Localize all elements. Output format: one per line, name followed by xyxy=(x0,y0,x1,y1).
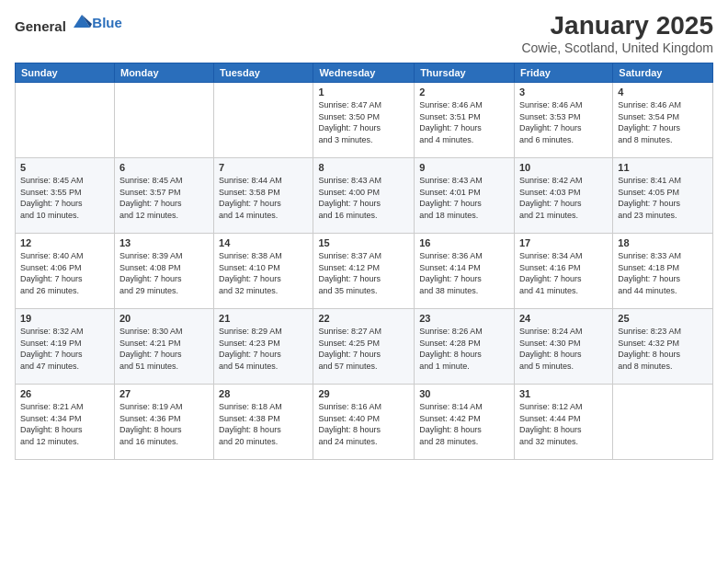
day-info: Sunrise: 8:19 AM Sunset: 4:36 PM Dayligh… xyxy=(119,401,209,447)
calendar-week-row-2: 5Sunrise: 8:45 AM Sunset: 3:55 PM Daylig… xyxy=(16,158,713,234)
day-number: 13 xyxy=(119,237,209,248)
day-number: 10 xyxy=(519,162,608,173)
calendar-table: Sunday Monday Tuesday Wednesday Thursday… xyxy=(15,63,713,460)
calendar-cell: 31Sunrise: 8:12 AM Sunset: 4:44 PM Dayli… xyxy=(514,385,612,460)
day-number: 4 xyxy=(618,86,708,98)
calendar-cell: 2Sunrise: 8:46 AM Sunset: 3:51 PM Daylig… xyxy=(415,83,515,158)
day-number: 25 xyxy=(618,313,708,324)
day-info: Sunrise: 8:32 AM Sunset: 4:19 PM Dayligh… xyxy=(20,326,109,372)
calendar-cell: 13Sunrise: 8:39 AM Sunset: 4:08 PM Dayli… xyxy=(114,234,213,309)
calendar-header-row: Sunday Monday Tuesday Wednesday Thursday… xyxy=(16,63,713,83)
calendar-cell: 10Sunrise: 8:42 AM Sunset: 4:03 PM Dayli… xyxy=(514,158,612,234)
col-wednesday: Wednesday xyxy=(313,63,415,83)
day-number: 18 xyxy=(618,237,708,248)
calendar-cell: 28Sunrise: 8:18 AM Sunset: 4:38 PM Dayli… xyxy=(214,385,313,460)
calendar-cell: 5Sunrise: 8:45 AM Sunset: 3:55 PM Daylig… xyxy=(16,158,115,234)
day-info: Sunrise: 8:43 AM Sunset: 4:01 PM Dayligh… xyxy=(419,175,509,221)
col-sunday: Sunday xyxy=(16,63,115,83)
calendar-cell: 21Sunrise: 8:29 AM Sunset: 4:23 PM Dayli… xyxy=(214,309,313,385)
day-info: Sunrise: 8:27 AM Sunset: 4:25 PM Dayligh… xyxy=(318,326,409,372)
calendar-cell: 20Sunrise: 8:30 AM Sunset: 4:21 PM Dayli… xyxy=(114,309,213,385)
calendar-cell: 16Sunrise: 8:36 AM Sunset: 4:14 PM Dayli… xyxy=(415,234,515,309)
day-number: 29 xyxy=(318,388,409,399)
day-info: Sunrise: 8:23 AM Sunset: 4:32 PM Dayligh… xyxy=(618,326,708,372)
calendar-cell: 25Sunrise: 8:23 AM Sunset: 4:32 PM Dayli… xyxy=(613,309,713,385)
page: General Blue January 2025 Cowie, Scotlan… xyxy=(0,0,728,563)
day-info: Sunrise: 8:29 AM Sunset: 4:23 PM Dayligh… xyxy=(219,326,308,372)
calendar-cell: 14Sunrise: 8:38 AM Sunset: 4:10 PM Dayli… xyxy=(214,234,313,309)
day-info: Sunrise: 8:42 AM Sunset: 4:03 PM Dayligh… xyxy=(519,175,608,221)
day-number: 31 xyxy=(519,388,608,399)
day-number: 6 xyxy=(119,162,209,173)
day-info: Sunrise: 8:14 AM Sunset: 4:42 PM Dayligh… xyxy=(419,401,509,447)
calendar-cell: 17Sunrise: 8:34 AM Sunset: 4:16 PM Dayli… xyxy=(514,234,612,309)
calendar-cell: 7Sunrise: 8:44 AM Sunset: 3:58 PM Daylig… xyxy=(214,158,313,234)
day-info: Sunrise: 8:12 AM Sunset: 4:44 PM Dayligh… xyxy=(519,401,608,447)
day-number: 28 xyxy=(219,388,308,399)
day-number: 12 xyxy=(20,237,109,248)
day-info: Sunrise: 8:38 AM Sunset: 4:10 PM Dayligh… xyxy=(219,250,308,296)
day-number: 22 xyxy=(318,313,409,324)
calendar-cell: 29Sunrise: 8:16 AM Sunset: 4:40 PM Dayli… xyxy=(313,385,415,460)
logo: General Blue xyxy=(15,11,122,35)
day-number: 23 xyxy=(419,313,509,324)
day-info: Sunrise: 8:41 AM Sunset: 4:05 PM Dayligh… xyxy=(618,175,708,221)
day-number: 14 xyxy=(219,237,308,248)
calendar-cell: 24Sunrise: 8:24 AM Sunset: 4:30 PM Dayli… xyxy=(514,309,612,385)
day-info: Sunrise: 8:26 AM Sunset: 4:28 PM Dayligh… xyxy=(419,326,509,372)
calendar-week-row-3: 12Sunrise: 8:40 AM Sunset: 4:06 PM Dayli… xyxy=(16,234,713,309)
col-friday: Friday xyxy=(514,63,612,83)
calendar-cell: 12Sunrise: 8:40 AM Sunset: 4:06 PM Dayli… xyxy=(16,234,115,309)
day-info: Sunrise: 8:18 AM Sunset: 4:38 PM Dayligh… xyxy=(219,401,308,447)
calendar-cell: 9Sunrise: 8:43 AM Sunset: 4:01 PM Daylig… xyxy=(415,158,515,234)
day-number: 17 xyxy=(519,237,608,248)
day-info: Sunrise: 8:21 AM Sunset: 4:34 PM Dayligh… xyxy=(20,401,109,447)
day-number: 20 xyxy=(119,313,209,324)
calendar-cell: 19Sunrise: 8:32 AM Sunset: 4:19 PM Dayli… xyxy=(16,309,115,385)
calendar-cell: 4Sunrise: 8:46 AM Sunset: 3:54 PM Daylig… xyxy=(613,83,713,158)
day-number: 24 xyxy=(519,313,608,324)
calendar-cell xyxy=(613,385,713,460)
day-info: Sunrise: 8:45 AM Sunset: 3:57 PM Dayligh… xyxy=(119,175,209,221)
calendar-cell xyxy=(16,83,115,158)
calendar-week-row-4: 19Sunrise: 8:32 AM Sunset: 4:19 PM Dayli… xyxy=(16,309,713,385)
day-number: 9 xyxy=(419,162,509,173)
day-number: 19 xyxy=(20,313,109,324)
calendar-cell: 15Sunrise: 8:37 AM Sunset: 4:12 PM Dayli… xyxy=(313,234,415,309)
logo-general: General xyxy=(15,18,66,34)
day-info: Sunrise: 8:37 AM Sunset: 4:12 PM Dayligh… xyxy=(318,250,409,296)
calendar-cell xyxy=(214,83,313,158)
day-number: 15 xyxy=(318,237,409,248)
calendar-cell: 18Sunrise: 8:33 AM Sunset: 4:18 PM Dayli… xyxy=(613,234,713,309)
day-number: 5 xyxy=(20,162,109,173)
day-number: 11 xyxy=(618,162,708,173)
calendar-cell: 1Sunrise: 8:47 AM Sunset: 3:50 PM Daylig… xyxy=(313,83,415,158)
day-number: 26 xyxy=(20,388,109,399)
calendar-cell: 23Sunrise: 8:26 AM Sunset: 4:28 PM Dayli… xyxy=(415,309,515,385)
month-title: January 2025 xyxy=(521,11,713,40)
calendar-cell: 22Sunrise: 8:27 AM Sunset: 4:25 PM Dayli… xyxy=(313,309,415,385)
col-thursday: Thursday xyxy=(415,63,515,83)
day-info: Sunrise: 8:34 AM Sunset: 4:16 PM Dayligh… xyxy=(519,250,608,296)
calendar-cell: 27Sunrise: 8:19 AM Sunset: 4:36 PM Dayli… xyxy=(114,385,213,460)
logo-blue: Blue xyxy=(92,15,122,30)
day-info: Sunrise: 8:46 AM Sunset: 3:54 PM Dayligh… xyxy=(618,99,708,145)
day-number: 7 xyxy=(219,162,308,173)
day-number: 21 xyxy=(219,313,308,324)
day-info: Sunrise: 8:24 AM Sunset: 4:30 PM Dayligh… xyxy=(519,326,608,372)
calendar-cell: 8Sunrise: 8:43 AM Sunset: 4:00 PM Daylig… xyxy=(313,158,415,234)
calendar-cell: 6Sunrise: 8:45 AM Sunset: 3:57 PM Daylig… xyxy=(114,158,213,234)
day-info: Sunrise: 8:46 AM Sunset: 3:53 PM Dayligh… xyxy=(519,99,608,145)
calendar-cell: 30Sunrise: 8:14 AM Sunset: 4:42 PM Dayli… xyxy=(415,385,515,460)
day-number: 8 xyxy=(318,162,409,173)
calendar-week-row-5: 26Sunrise: 8:21 AM Sunset: 4:34 PM Dayli… xyxy=(16,385,713,460)
calendar-cell: 3Sunrise: 8:46 AM Sunset: 3:53 PM Daylig… xyxy=(514,83,612,158)
location-title: Cowie, Scotland, United Kingdom xyxy=(521,40,713,55)
col-tuesday: Tuesday xyxy=(214,63,313,83)
calendar-cell xyxy=(114,83,213,158)
calendar-cell: 11Sunrise: 8:41 AM Sunset: 4:05 PM Dayli… xyxy=(613,158,713,234)
day-info: Sunrise: 8:16 AM Sunset: 4:40 PM Dayligh… xyxy=(318,401,409,447)
day-number: 2 xyxy=(419,86,509,98)
day-number: 27 xyxy=(119,388,209,399)
col-saturday: Saturday xyxy=(613,63,713,83)
